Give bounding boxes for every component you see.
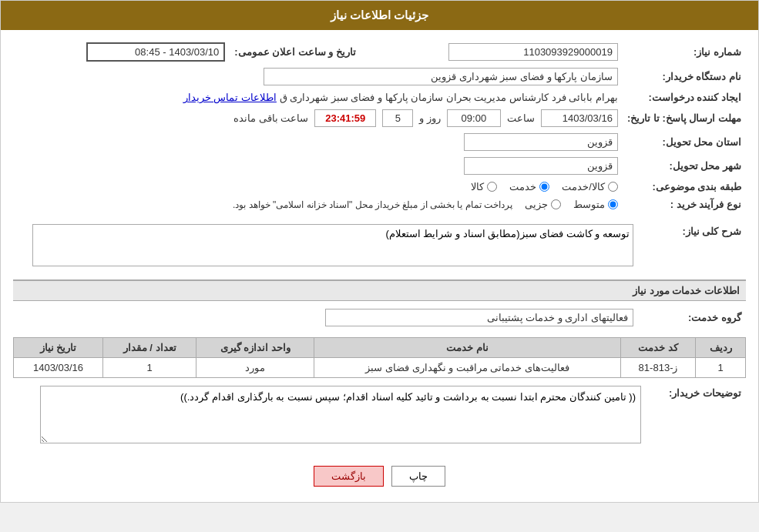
sharh-label: شرح کلی نیاز: bbox=[638, 221, 746, 272]
tarichElan-label: تاریخ و ساعت اعلان عمومی: bbox=[230, 39, 361, 65]
row-tosif: توضیحات خریدار: bbox=[13, 383, 746, 449]
mohlat-date: 1403/03/16 bbox=[541, 109, 618, 127]
tabaqe-radio-kalaKhadamat[interactable] bbox=[608, 182, 618, 192]
col-radif: ردیف bbox=[696, 338, 746, 358]
khadamat-section-header: اطلاعات خدمات مورد نیاز bbox=[13, 279, 746, 301]
cell-namKhedmat: فعالیت‌های خدماتی مراقبت و نگهداری فضای … bbox=[314, 358, 621, 378]
table-row: 1ز-813-81فعالیت‌های خدماتی مراقبت و نگهد… bbox=[14, 358, 746, 378]
row-ostan: استان محل تحویل: قزوین bbox=[13, 130, 746, 154]
mohlat-baqi: ساعت باقی مانده bbox=[233, 112, 308, 124]
farayand-description: پرداخت تمام یا بخشی از مبلغ خریداز محل "… bbox=[233, 199, 512, 210]
ostan-value: قزوین bbox=[464, 133, 618, 151]
col-tedad: تعداد / مقدار bbox=[102, 338, 196, 358]
tabaqe-radio-khadamat[interactable] bbox=[539, 182, 549, 192]
row-namDastgah: نام دستگاه خریدار: سازمان پارکها و فضای … bbox=[13, 65, 746, 89]
sharh-textarea[interactable] bbox=[32, 224, 633, 266]
row-tabaqe: طبقه بندی موضوعی: کالا/خدمت خدمت bbox=[13, 178, 746, 196]
groupKhedmat-value: فعالیتهای اداری و خدمات پشتیبانی bbox=[325, 309, 633, 326]
mohlat-row: 1403/03/16 ساعت 09:00 روز و 5 23:41:59 س… bbox=[18, 109, 618, 127]
tosif-table: توضیحات خریدار: bbox=[13, 383, 746, 449]
tosif-textarea[interactable] bbox=[40, 386, 641, 443]
namDastgah-value: سازمان پارکها و فضای سبز شهرداری قزوین bbox=[264, 68, 618, 85]
services-tbody: 1ز-813-81فعالیت‌های خدماتی مراقبت و نگهد… bbox=[14, 358, 746, 378]
cell-tedad: 1 bbox=[102, 358, 196, 378]
page-wrapper: جزئیات اطلاعات نیاز شماره نیاز: 11030939… bbox=[0, 0, 759, 503]
group-khedmat-table: گروه خدمت: فعالیتهای اداری و خدمات پشتیب… bbox=[13, 306, 746, 330]
row-sharh: شرح کلی نیاز: bbox=[13, 221, 746, 272]
services-thead: ردیف کد خدمت نام خدمت واحد اندازه گیری ت… bbox=[14, 338, 746, 358]
row-mohlat: مهلت ارسال پاسخ: تا تاریخ: 1403/03/16 سا… bbox=[13, 106, 746, 130]
shomareNiaz-value: 1103093929000019 bbox=[448, 43, 618, 61]
mohlat-label: مهلت ارسال پاسخ: تا تاریخ: bbox=[623, 106, 746, 130]
ijadKonande-link[interactable]: اطلاعات تماس خریدار bbox=[183, 92, 277, 103]
back-button[interactable]: بازگشت bbox=[314, 466, 384, 487]
farayand-jazee[interactable]: جزیی bbox=[525, 199, 561, 210]
farayand-motavasset[interactable]: متوسط bbox=[573, 199, 618, 210]
sharh-container bbox=[18, 224, 633, 269]
services-header-row: ردیف کد خدمت نام خدمت واحد اندازه گیری ت… bbox=[14, 338, 746, 358]
tabaqe-kala[interactable]: کالا bbox=[471, 181, 497, 192]
row-ijadKonande: ایجاد کننده درخواست: بهرام بابائی فرد کا… bbox=[13, 89, 746, 106]
print-button[interactable]: چاپ bbox=[391, 466, 445, 487]
mohlat-roz: 5 bbox=[382, 109, 413, 127]
shahr-label: شهر محل تحویل: bbox=[623, 154, 746, 178]
ijadKonande-value: بهرام بابائی فرد کارشناس مدیریت بحران سا… bbox=[280, 92, 618, 103]
cell-radif: 1 bbox=[696, 358, 746, 378]
tabaqe-khadamat[interactable]: خدمت bbox=[509, 181, 549, 192]
farayand-label: نوع فرآیند خرید : bbox=[623, 196, 746, 213]
ostan-label: استان محل تحویل: bbox=[623, 130, 746, 154]
main-info-table: شماره نیاز: 1103093929000019 تاریخ و ساع… bbox=[13, 39, 746, 213]
mohlat-countdown: 23:41:59 bbox=[314, 109, 376, 127]
row-shomareNiaz: شماره نیاز: 1103093929000019 تاریخ و ساع… bbox=[13, 39, 746, 65]
mohlat-roz-label: روز و bbox=[419, 112, 441, 124]
col-kod: کد خدمت bbox=[621, 338, 696, 358]
groupKhedmat-label: گروه خدمت: bbox=[638, 306, 746, 330]
cell-kodKhedmat: ز-813-81 bbox=[621, 358, 696, 378]
tabaqe-label: طبقه بندی موضوعی: bbox=[623, 178, 746, 196]
page-header: جزئیات اطلاعات نیاز bbox=[1, 1, 758, 30]
services-table: ردیف کد خدمت نام خدمت واحد اندازه گیری ت… bbox=[13, 337, 746, 378]
button-row: چاپ بازگشت bbox=[13, 457, 746, 493]
mohlat-saat-label: ساعت bbox=[507, 112, 535, 124]
tarichElan-value: 1403/03/10 - 08:45 bbox=[86, 42, 225, 62]
farayand-radio-jazee[interactable] bbox=[551, 199, 561, 209]
col-vahed: واحد اندازه گیری bbox=[196, 338, 314, 358]
tabaqe-radio-kala[interactable] bbox=[487, 182, 497, 192]
shahr-value: قزوین bbox=[464, 157, 618, 175]
ijadKonande-label: ایجاد کننده درخواست: bbox=[623, 89, 746, 106]
col-tarich: تاریخ نیاز bbox=[14, 338, 103, 358]
shomareNiaz-label: شماره نیاز: bbox=[623, 39, 746, 65]
namDastgah-label: نام دستگاه خریدار: bbox=[623, 65, 746, 89]
farayand-row: متوسط جزیی پرداخت تمام یا بخشی از مبلغ خ… bbox=[18, 199, 618, 210]
page-title: جزئیات اطلاعات نیاز bbox=[331, 8, 428, 22]
row-groupKhedmat: گروه خدمت: فعالیتهای اداری و خدمات پشتیب… bbox=[13, 306, 746, 330]
col-nam: نام خدمت bbox=[314, 338, 621, 358]
row-farayand: نوع فرآیند خرید : متوسط جزیی پرداخت تمام… bbox=[13, 196, 746, 213]
row-shahr: شهر محل تحویل: قزوین bbox=[13, 154, 746, 178]
content-area: شماره نیاز: 1103093929000019 تاریخ و ساع… bbox=[1, 30, 758, 502]
farayand-radio-motavasset[interactable] bbox=[608, 199, 618, 209]
tabaqe-radiogroup: کالا/خدمت خدمت کالا bbox=[18, 181, 618, 192]
tosif-label: توضیحات خریدار: bbox=[646, 383, 746, 449]
cell-vahed: مورد bbox=[196, 358, 314, 378]
cell-tarich: 1403/03/16 bbox=[14, 358, 103, 378]
mohlat-saat: 09:00 bbox=[447, 109, 501, 127]
sharh-table: شرح کلی نیاز: bbox=[13, 221, 746, 272]
tabaqe-kalaKhadamat[interactable]: کالا/خدمت bbox=[562, 181, 618, 192]
